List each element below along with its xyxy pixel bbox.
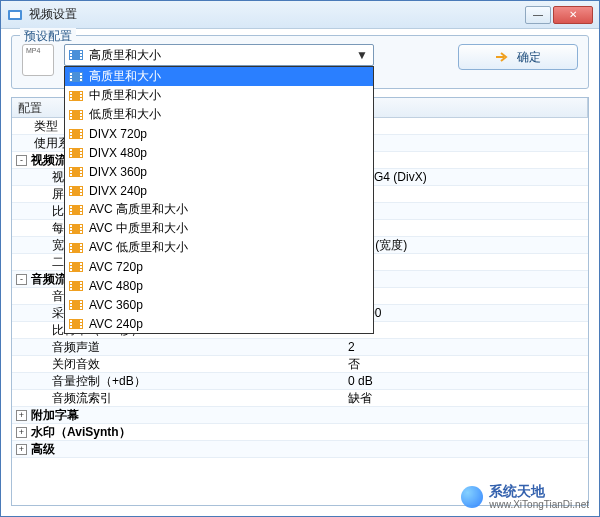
svg-rect-99 [80, 307, 82, 309]
svg-rect-66 [70, 225, 72, 227]
svg-rect-17 [70, 92, 72, 94]
svg-rect-19 [70, 98, 72, 100]
svg-rect-81 [70, 266, 72, 268]
svg-rect-7 [80, 54, 82, 56]
combo-option[interactable]: DIVX 240p [65, 181, 373, 200]
table-row[interactable]: +附加字幕 [12, 407, 588, 424]
film-icon [69, 146, 83, 160]
preset-group: 预设配置 高质里和大小 ▼ 高质里和大小中质里和大小低质里和大小DIVX 720… [11, 35, 589, 89]
table-row[interactable]: 音频声道2 [12, 339, 588, 356]
row-label: 关闭音效 [52, 356, 100, 373]
svg-rect-41 [80, 149, 82, 151]
svg-rect-78 [80, 250, 82, 252]
combo-option[interactable]: DIVX 360p [65, 162, 373, 181]
svg-rect-40 [70, 155, 72, 157]
combo-option-label: 中质里和大小 [89, 87, 161, 104]
svg-rect-38 [70, 149, 72, 151]
row-value: 0 dB [342, 374, 588, 388]
film-icon [69, 184, 83, 198]
svg-rect-43 [80, 155, 82, 157]
expand-toggle[interactable]: - [16, 274, 27, 285]
svg-rect-68 [70, 231, 72, 233]
film-icon [69, 222, 83, 236]
row-label: 音频声道 [52, 339, 100, 356]
svg-rect-5 [70, 57, 72, 59]
svg-rect-29 [80, 117, 82, 119]
table-row[interactable]: 音频流索引缺省 [12, 390, 588, 407]
expand-toggle[interactable]: + [16, 444, 27, 455]
row-value: 缺省 [342, 390, 588, 407]
combo-option[interactable]: AVC 高质里和大小 [65, 200, 373, 219]
preset-row: 高质里和大小 ▼ 高质里和大小中质里和大小低质里和大小DIVX 720pDIVX… [22, 44, 578, 76]
svg-rect-74 [70, 247, 72, 249]
svg-rect-67 [70, 228, 72, 230]
expand-toggle[interactable]: - [16, 155, 27, 166]
film-icon [69, 241, 83, 255]
svg-rect-94 [70, 301, 72, 303]
svg-rect-87 [70, 282, 72, 284]
svg-rect-18 [70, 95, 72, 97]
table-row[interactable]: 关闭音效否 [12, 356, 588, 373]
svg-rect-54 [70, 193, 72, 195]
svg-rect-92 [80, 288, 82, 290]
svg-rect-80 [70, 263, 72, 265]
svg-rect-56 [80, 190, 82, 192]
film-icon [69, 260, 83, 274]
svg-rect-59 [70, 206, 72, 208]
svg-rect-102 [70, 323, 72, 325]
combo-option[interactable]: 高质里和大小 [65, 67, 373, 86]
combo-option-label: AVC 480p [89, 279, 143, 293]
close-button[interactable]: ✕ [553, 6, 593, 24]
svg-rect-28 [80, 114, 82, 116]
film-icon [69, 127, 83, 141]
arrow-right-icon [495, 50, 509, 64]
combo-option-label: AVC 240p [89, 317, 143, 331]
combo-option[interactable]: AVC 720p [65, 257, 373, 276]
minimize-button[interactable]: — [525, 6, 551, 24]
table-row[interactable]: +高级 [12, 441, 588, 458]
table-row[interactable]: +水印（AviSynth） [12, 424, 588, 441]
combo-dropdown-list: 高质里和大小中质里和大小低质里和大小DIVX 720pDIVX 480pDIVX… [64, 66, 374, 334]
svg-rect-42 [80, 152, 82, 154]
table-row[interactable]: 音量控制（+dB）0 dB [12, 373, 588, 390]
svg-rect-4 [70, 54, 72, 56]
svg-rect-27 [80, 111, 82, 113]
film-icon [69, 89, 83, 103]
preset-combo[interactable]: 高质里和大小 ▼ 高质里和大小中质里和大小低质里和大小DIVX 720pDIVX… [64, 44, 374, 66]
expand-toggle[interactable]: + [16, 410, 27, 421]
expand-toggle[interactable]: + [16, 427, 27, 438]
combo-option[interactable]: AVC 240p [65, 314, 373, 333]
combo-display[interactable]: 高质里和大小 ▼ [64, 44, 374, 66]
combo-option[interactable]: AVC 360p [65, 295, 373, 314]
combo-option-label: DIVX 480p [89, 146, 147, 160]
svg-rect-26 [70, 117, 72, 119]
svg-rect-34 [80, 130, 82, 132]
svg-rect-103 [70, 326, 72, 328]
svg-rect-95 [70, 304, 72, 306]
combo-option[interactable]: 中质里和大小 [65, 86, 373, 105]
svg-rect-60 [70, 209, 72, 211]
svg-rect-105 [80, 323, 82, 325]
ok-button[interactable]: 确定 [458, 44, 578, 70]
svg-rect-85 [80, 269, 82, 271]
film-icon [69, 298, 83, 312]
svg-rect-84 [80, 266, 82, 268]
combo-option[interactable]: DIVX 480p [65, 143, 373, 162]
combo-option[interactable]: DIVX 720p [65, 124, 373, 143]
svg-rect-71 [80, 231, 82, 233]
svg-rect-35 [80, 133, 82, 135]
combo-option[interactable]: 低质里和大小 [65, 105, 373, 124]
svg-rect-3 [70, 51, 72, 53]
row-value: 否 [342, 356, 588, 373]
combo-option[interactable]: AVC 中质里和大小 [65, 219, 373, 238]
svg-rect-75 [70, 250, 72, 252]
col-value: 数值 [342, 98, 588, 117]
svg-rect-55 [80, 187, 82, 189]
combo-option[interactable]: AVC 480p [65, 276, 373, 295]
film-icon [69, 108, 83, 122]
film-icon [69, 70, 83, 84]
svg-rect-6 [80, 51, 82, 53]
row-value: 关闭 [342, 135, 588, 152]
combo-option-label: AVC 360p [89, 298, 143, 312]
combo-option[interactable]: AVC 低质里和大小 [65, 238, 373, 257]
